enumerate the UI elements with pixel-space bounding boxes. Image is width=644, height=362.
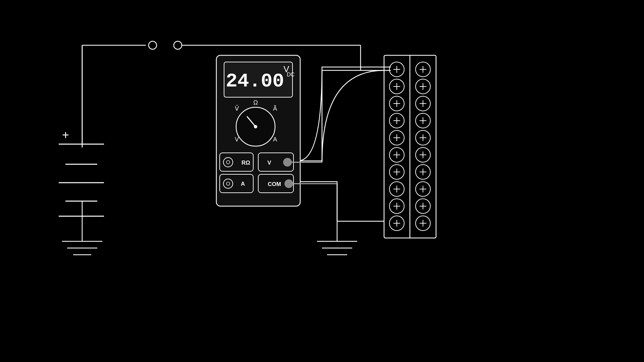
dial-label-aca: Ã xyxy=(273,105,277,112)
dial-label-dcv: V xyxy=(235,136,239,143)
dial-label-dca: A xyxy=(273,136,277,143)
display-value: 24.00 xyxy=(226,70,284,92)
dial-label-omega: Ω xyxy=(253,99,258,106)
svg-point-92 xyxy=(254,125,257,128)
port-v-probe xyxy=(283,158,291,166)
svg-text:+: + xyxy=(62,128,69,142)
port-a-button[interactable] xyxy=(220,174,253,193)
svg-rect-0 xyxy=(0,0,644,362)
port-com-label: COM xyxy=(268,181,281,187)
dial-label-acv: Ṽ xyxy=(235,105,239,112)
port-com-probe xyxy=(285,180,293,188)
port-a-label: A xyxy=(241,181,245,187)
port-v-label: V xyxy=(267,160,271,166)
display-subscript: DC xyxy=(287,72,294,77)
port-romega-label: RΩ xyxy=(241,160,250,166)
